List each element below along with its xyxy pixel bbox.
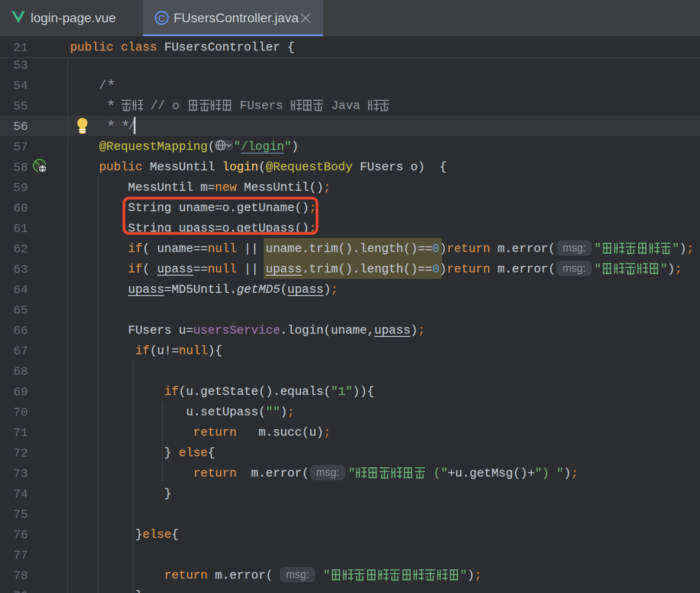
svg-text:C: C	[158, 13, 165, 24]
